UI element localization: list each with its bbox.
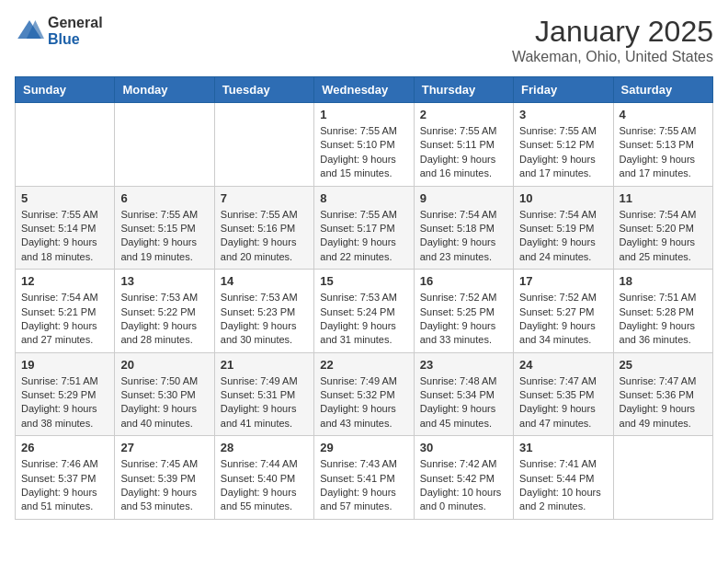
day-info: Sunrise: 7:49 AM Sunset: 5:32 PM Dayligh…	[320, 374, 407, 431]
calendar-week-row: 5Sunrise: 7:55 AM Sunset: 5:14 PM Daylig…	[16, 186, 713, 270]
day-info: Sunrise: 7:41 AM Sunset: 5:44 PM Dayligh…	[519, 457, 607, 514]
logo-text: General Blue	[48, 15, 103, 47]
day-number: 21	[221, 358, 308, 372]
day-number: 13	[120, 274, 208, 288]
logo-general: General	[48, 15, 103, 31]
calendar-cell: 6Sunrise: 7:55 AM Sunset: 5:15 PM Daylig…	[115, 186, 214, 270]
calendar-cell: 25Sunrise: 7:47 AM Sunset: 5:36 PM Dayli…	[613, 352, 712, 436]
day-number: 1	[320, 108, 407, 121]
day-number: 22	[320, 358, 407, 372]
calendar-cell	[115, 103, 214, 187]
day-info: Sunrise: 7:54 AM Sunset: 5:20 PM Dayligh…	[620, 208, 707, 265]
day-info: Sunrise: 7:55 AM Sunset: 5:11 PM Dayligh…	[420, 124, 507, 181]
calendar-header-saturday: Saturday	[613, 77, 712, 103]
calendar-cell: 19Sunrise: 7:51 AM Sunset: 5:29 PM Dayli…	[16, 352, 115, 436]
page-header: General Blue January 2025 Wakeman, Ohio,…	[15, 15, 713, 65]
day-info: Sunrise: 7:53 AM Sunset: 5:22 PM Dayligh…	[120, 291, 208, 348]
day-info: Sunrise: 7:54 AM Sunset: 5:18 PM Dayligh…	[420, 208, 507, 265]
day-info: Sunrise: 7:53 AM Sunset: 5:24 PM Dayligh…	[320, 291, 407, 348]
calendar-header-sunday: Sunday	[16, 77, 115, 103]
day-info: Sunrise: 7:55 AM Sunset: 5:16 PM Dayligh…	[221, 208, 308, 265]
day-info: Sunrise: 7:44 AM Sunset: 5:40 PM Dayligh…	[221, 457, 308, 514]
day-number: 27	[120, 441, 208, 454]
day-number: 14	[221, 274, 308, 288]
calendar-cell: 16Sunrise: 7:52 AM Sunset: 5:25 PM Dayli…	[414, 270, 513, 353]
day-number: 16	[420, 274, 507, 288]
day-number: 30	[420, 441, 507, 454]
day-number: 29	[320, 441, 407, 454]
calendar-cell: 10Sunrise: 7:54 AM Sunset: 5:19 PM Dayli…	[514, 186, 613, 270]
calendar-cell: 29Sunrise: 7:43 AM Sunset: 5:41 PM Dayli…	[314, 436, 414, 520]
calendar-cell: 21Sunrise: 7:49 AM Sunset: 5:31 PM Dayli…	[214, 352, 313, 436]
calendar-cell	[16, 103, 115, 187]
day-info: Sunrise: 7:51 AM Sunset: 5:28 PM Dayligh…	[620, 291, 707, 348]
calendar-cell: 26Sunrise: 7:46 AM Sunset: 5:37 PM Dayli…	[16, 436, 115, 520]
title-area: January 2025 Wakeman, Ohio, United State…	[512, 15, 713, 65]
calendar-header-thursday: Thursday	[414, 77, 513, 103]
calendar-cell: 18Sunrise: 7:51 AM Sunset: 5:28 PM Dayli…	[613, 270, 712, 353]
calendar-week-row: 12Sunrise: 7:54 AM Sunset: 5:21 PM Dayli…	[16, 270, 713, 353]
day-number: 19	[21, 358, 108, 372]
location-title: Wakeman, Ohio, United States	[512, 49, 713, 65]
calendar-cell: 8Sunrise: 7:55 AM Sunset: 5:17 PM Daylig…	[314, 186, 414, 270]
day-number: 7	[221, 191, 308, 205]
calendar-header-wednesday: Wednesday	[314, 77, 414, 103]
calendar-cell: 14Sunrise: 7:53 AM Sunset: 5:23 PM Dayli…	[214, 270, 313, 353]
day-number: 25	[620, 358, 707, 372]
day-info: Sunrise: 7:45 AM Sunset: 5:39 PM Dayligh…	[120, 457, 208, 514]
day-info: Sunrise: 7:54 AM Sunset: 5:21 PM Dayligh…	[21, 291, 108, 348]
day-number: 4	[620, 108, 707, 121]
day-info: Sunrise: 7:47 AM Sunset: 5:35 PM Dayligh…	[519, 374, 607, 431]
calendar-cell: 24Sunrise: 7:47 AM Sunset: 5:35 PM Dayli…	[514, 352, 613, 436]
day-info: Sunrise: 7:50 AM Sunset: 5:30 PM Dayligh…	[120, 374, 208, 431]
calendar-header-row: SundayMondayTuesdayWednesdayThursdayFrid…	[16, 77, 713, 103]
calendar-week-row: 26Sunrise: 7:46 AM Sunset: 5:37 PM Dayli…	[16, 436, 713, 520]
day-number: 9	[420, 191, 507, 205]
calendar-cell: 31Sunrise: 7:41 AM Sunset: 5:44 PM Dayli…	[514, 436, 613, 520]
day-info: Sunrise: 7:55 AM Sunset: 5:14 PM Dayligh…	[21, 208, 108, 265]
day-info: Sunrise: 7:54 AM Sunset: 5:19 PM Dayligh…	[519, 208, 607, 265]
day-info: Sunrise: 7:51 AM Sunset: 5:29 PM Dayligh…	[21, 374, 108, 431]
calendar-cell: 30Sunrise: 7:42 AM Sunset: 5:42 PM Dayli…	[414, 436, 513, 520]
calendar-cell: 4Sunrise: 7:55 AM Sunset: 5:13 PM Daylig…	[613, 103, 712, 187]
day-info: Sunrise: 7:46 AM Sunset: 5:37 PM Dayligh…	[21, 457, 108, 514]
calendar-cell: 13Sunrise: 7:53 AM Sunset: 5:22 PM Dayli…	[115, 270, 214, 353]
day-number: 11	[620, 191, 707, 205]
day-info: Sunrise: 7:52 AM Sunset: 5:27 PM Dayligh…	[519, 291, 607, 348]
day-info: Sunrise: 7:42 AM Sunset: 5:42 PM Dayligh…	[420, 457, 507, 514]
day-number: 2	[420, 108, 507, 121]
calendar-cell: 28Sunrise: 7:44 AM Sunset: 5:40 PM Dayli…	[214, 436, 313, 520]
day-number: 3	[519, 108, 607, 121]
calendar-header-friday: Friday	[514, 77, 613, 103]
logo-blue: Blue	[48, 31, 103, 48]
calendar-cell: 17Sunrise: 7:52 AM Sunset: 5:27 PM Dayli…	[514, 270, 613, 353]
calendar-cell: 1Sunrise: 7:55 AM Sunset: 5:10 PM Daylig…	[314, 103, 414, 187]
calendar-table: SundayMondayTuesdayWednesdayThursdayFrid…	[15, 76, 713, 520]
calendar-cell: 11Sunrise: 7:54 AM Sunset: 5:20 PM Dayli…	[613, 186, 712, 270]
day-info: Sunrise: 7:47 AM Sunset: 5:36 PM Dayligh…	[620, 374, 707, 431]
calendar-cell: 22Sunrise: 7:49 AM Sunset: 5:32 PM Dayli…	[314, 352, 414, 436]
day-number: 6	[120, 191, 208, 205]
day-number: 31	[519, 441, 607, 454]
logo: General Blue	[15, 15, 103, 47]
day-info: Sunrise: 7:55 AM Sunset: 5:12 PM Dayligh…	[519, 124, 607, 181]
day-number: 8	[320, 191, 407, 205]
calendar-cell: 5Sunrise: 7:55 AM Sunset: 5:14 PM Daylig…	[16, 186, 115, 270]
day-number: 17	[519, 274, 607, 288]
day-info: Sunrise: 7:55 AM Sunset: 5:10 PM Dayligh…	[320, 124, 407, 181]
day-number: 15	[320, 274, 407, 288]
calendar-cell: 23Sunrise: 7:48 AM Sunset: 5:34 PM Dayli…	[414, 352, 513, 436]
day-number: 18	[620, 274, 707, 288]
day-info: Sunrise: 7:55 AM Sunset: 5:13 PM Dayligh…	[620, 124, 707, 181]
calendar-cell: 20Sunrise: 7:50 AM Sunset: 5:30 PM Dayli…	[115, 352, 214, 436]
calendar-cell: 3Sunrise: 7:55 AM Sunset: 5:12 PM Daylig…	[514, 103, 613, 187]
calendar-cell: 7Sunrise: 7:55 AM Sunset: 5:16 PM Daylig…	[214, 186, 313, 270]
calendar-cell: 9Sunrise: 7:54 AM Sunset: 5:18 PM Daylig…	[414, 186, 513, 270]
day-info: Sunrise: 7:43 AM Sunset: 5:41 PM Dayligh…	[320, 457, 407, 514]
calendar-cell: 27Sunrise: 7:45 AM Sunset: 5:39 PM Dayli…	[115, 436, 214, 520]
day-info: Sunrise: 7:55 AM Sunset: 5:17 PM Dayligh…	[320, 208, 407, 265]
calendar-cell: 12Sunrise: 7:54 AM Sunset: 5:21 PM Dayli…	[16, 270, 115, 353]
day-number: 12	[21, 274, 108, 288]
calendar-week-row: 19Sunrise: 7:51 AM Sunset: 5:29 PM Dayli…	[16, 352, 713, 436]
day-number: 24	[519, 358, 607, 372]
